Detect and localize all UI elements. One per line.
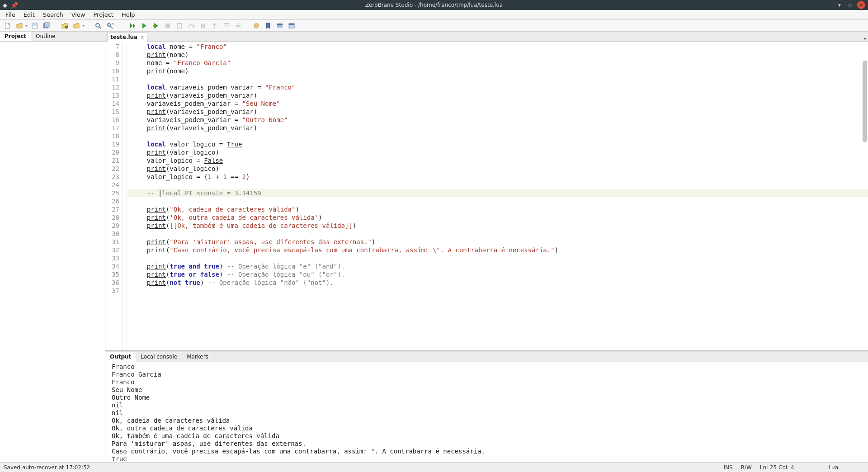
output-console[interactable]: FrancoFranco GarciaFrancoSeu NomeOutro N… — [105, 362, 868, 462]
code-line[interactable]: nome = "Franco Garcia" — [132, 59, 868, 67]
code-line[interactable] — [132, 287, 868, 295]
code-line[interactable]: print(true and true) -- Operação lógica … — [132, 262, 868, 270]
tab-project[interactable]: Project — [0, 32, 31, 41]
minimize-button[interactable]: ▾ — [835, 1, 844, 9]
code-line[interactable]: print(variaveis_podem_variar) — [132, 124, 868, 132]
fold-column[interactable] — [123, 42, 127, 350]
toolbar: ▾ ▾ — [0, 20, 868, 32]
code-line[interactable]: print("Caso contrário, você precisa esca… — [132, 246, 868, 254]
code-line[interactable]: local valor_logico = True — [132, 140, 868, 148]
menu-view[interactable]: View — [68, 10, 89, 19]
svg-rect-16 — [236, 23, 241, 24]
tab-markers[interactable]: Markers — [182, 352, 213, 362]
editor-scrollbar[interactable] — [863, 42, 867, 349]
break-icon[interactable] — [175, 21, 184, 31]
output-line: Ok, cadeia de caracteres válida — [112, 417, 865, 425]
code-line[interactable]: print(valor_logico) — [132, 165, 868, 173]
close-tab-icon[interactable]: ✕ — [140, 34, 144, 40]
pin-icon[interactable]: 📌 — [11, 2, 18, 9]
code-line[interactable] — [132, 197, 868, 205]
code-line[interactable]: print(variaveis_podem_variar) — [132, 108, 868, 116]
recent-project-icon[interactable] — [71, 21, 81, 31]
menu-bar: File Edit Search View Project Help — [0, 10, 868, 20]
code-line[interactable]: print(true or false) -- Operação lógica … — [132, 270, 868, 278]
code-editor[interactable]: 7891011121314151617181920212223242526272… — [105, 42, 868, 350]
project-dir-icon[interactable] — [60, 21, 70, 31]
step-into-icon[interactable] — [198, 21, 208, 31]
code-line[interactable]: print('Ok, outra cadeia de caracteres vá… — [132, 213, 868, 222]
stack-frame-down-icon[interactable] — [233, 21, 243, 31]
code-line[interactable]: variaveis_podem_variar = "Outro Nome" — [132, 116, 868, 124]
code-line[interactable]: valor_logico = (1 + 1 == 2) — [132, 173, 868, 181]
code-line[interactable]: print(nome) — [132, 67, 868, 75]
maximize-button[interactable]: ◇ — [846, 1, 854, 9]
close-button[interactable]: ✕ — [857, 1, 865, 9]
output-line: nil — [112, 409, 865, 417]
status-ins: INS — [723, 464, 732, 471]
svg-point-6 — [96, 24, 99, 27]
view-stack-icon[interactable] — [275, 21, 285, 31]
code-area[interactable]: local nome = "Franco" print(nome) nome =… — [127, 42, 868, 350]
code-line[interactable] — [132, 181, 868, 189]
code-line[interactable]: local nome = "Franco" — [132, 42, 868, 51]
tab-output[interactable]: Output — [105, 352, 136, 362]
code-line[interactable]: print("Ok, cadeia de caracteres válida") — [132, 205, 868, 213]
svg-rect-19 — [277, 24, 283, 25]
window-title: ZeroBrane Studio - /home/franco/tmp/lua/… — [0, 2, 868, 8]
svg-rect-10 — [165, 24, 170, 28]
save-all-icon[interactable] — [42, 21, 52, 31]
line-number: 20 — [106, 148, 119, 156]
project-tree[interactable] — [0, 42, 105, 462]
app-menu-icon[interactable]: ◆ — [3, 2, 7, 9]
recent-project-dropdown-icon[interactable]: ▾ — [81, 24, 85, 28]
open-file-dropdown-icon[interactable]: ▾ — [24, 24, 28, 28]
stop-icon[interactable] — [163, 21, 173, 31]
tab-overflow-icon[interactable]: ▾ — [864, 36, 866, 41]
menu-project[interactable]: Project — [90, 10, 117, 19]
code-line[interactable]: print([[Ok, também é uma cadeia de carac… — [132, 222, 868, 230]
editor-tab-teste[interactable]: teste.lua ✕ — [107, 33, 147, 42]
stack-frame-up-icon[interactable] — [222, 21, 231, 31]
start-debug-icon[interactable] — [151, 21, 161, 31]
menu-help[interactable]: Help — [118, 10, 139, 19]
code-line[interactable]: print(not true) -- Operação lógica "não"… — [132, 278, 868, 287]
code-line[interactable]: local variaveis_podem_variar = "Franco" — [132, 83, 868, 91]
output-line: true — [112, 455, 865, 462]
save-icon[interactable] — [30, 21, 40, 31]
line-number: 33 — [106, 254, 119, 262]
output-line: Ok, também é uma cadeia de caracteres vá… — [112, 432, 865, 440]
tab-local-console[interactable]: Local console — [136, 352, 182, 362]
find-icon[interactable] — [93, 21, 103, 31]
new-file-icon[interactable] — [3, 21, 13, 31]
status-bar: Saved auto-recover at 17:02:52. INS R/W … — [0, 462, 868, 472]
toggle-breakpoint-icon[interactable] — [251, 21, 261, 31]
code-line[interactable]: print(variaveis_podem_variar) — [132, 91, 868, 99]
code-line[interactable]: valor_logico = False — [132, 156, 868, 165]
step-over-icon[interactable] — [186, 21, 196, 31]
view-watch-icon[interactable] — [287, 21, 297, 31]
svg-line-7 — [99, 27, 101, 28]
code-line[interactable] — [132, 132, 868, 140]
code-line[interactable]: variaveis_podem_variar = "Seu Nome" — [132, 99, 868, 108]
run-icon[interactable] — [127, 21, 137, 31]
menu-search[interactable]: Search — [39, 10, 67, 19]
step-out-icon[interactable] — [210, 21, 220, 31]
menu-file[interactable]: File — [2, 10, 19, 19]
window-titlebar: ◆ 📌 ZeroBrane Studio - /home/franco/tmp/… — [0, 0, 868, 10]
output-line: Caso contrário, você precisa escapá-las … — [112, 448, 865, 455]
code-line[interactable]: -- |local PI <const> = 3.14159 — [127, 189, 868, 197]
code-line[interactable] — [132, 75, 868, 83]
tab-outline[interactable]: Outline — [31, 32, 60, 41]
run-no-debug-icon[interactable] — [139, 21, 149, 31]
code-line[interactable]: print(valor_logico) — [132, 148, 868, 156]
open-file-icon[interactable] — [14, 21, 24, 31]
line-number: 12 — [106, 83, 119, 91]
line-number: 14 — [106, 99, 119, 108]
menu-edit[interactable]: Edit — [20, 10, 38, 19]
bookmark-icon[interactable] — [263, 21, 273, 31]
code-line[interactable] — [132, 254, 868, 262]
code-line[interactable]: print(nome) — [132, 51, 868, 59]
code-line[interactable] — [132, 230, 868, 238]
replace-icon[interactable] — [105, 21, 115, 31]
code-line[interactable]: print("Para 'misturar' aspas, use difere… — [132, 238, 868, 246]
